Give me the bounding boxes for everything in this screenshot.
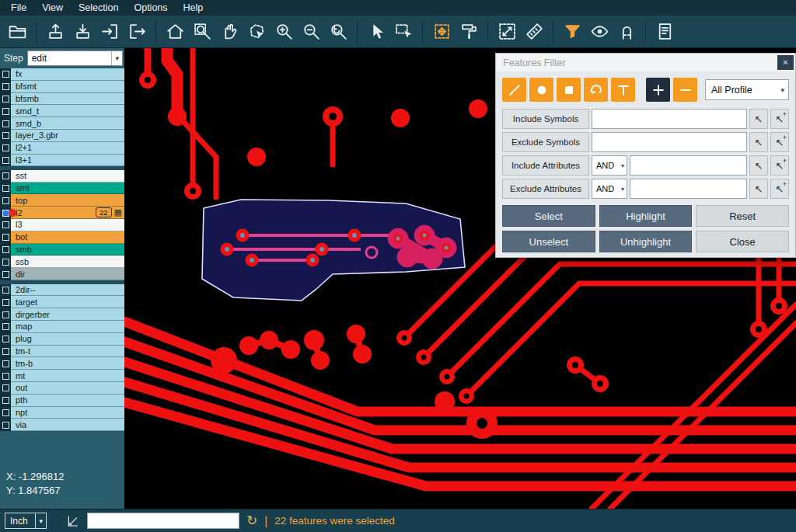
layer-row-target[interactable]: target — [0, 296, 124, 308]
layer-checkbox[interactable] — [2, 384, 9, 391]
layer-row-smd_t[interactable]: smd_t — [0, 105, 124, 117]
layer-cell[interactable]: plug — [11, 333, 124, 346]
layer-checkbox[interactable] — [2, 172, 9, 179]
exclude-symbols-button[interactable]: Exclude Symbols — [502, 132, 589, 152]
zoom-in-icon[interactable] — [271, 19, 296, 44]
layer-checkbox[interactable] — [2, 259, 9, 266]
layer-row-via[interactable]: via — [0, 419, 124, 431]
dialog-title-bar[interactable]: Features Filter ✕ — [496, 54, 795, 71]
layer-row-l2+1[interactable]: l2+1 — [0, 142, 124, 155]
layer-checkbox[interactable] — [2, 157, 9, 164]
layer-cell[interactable]: via — [11, 419, 124, 431]
pan-hand-icon[interactable] — [217, 19, 242, 44]
layer-row-dirgerber[interactable]: dirgerber — [0, 308, 124, 321]
layer-row-smd_b[interactable]: smd_b — [0, 117, 124, 130]
exclude-symbols-input[interactable] — [592, 132, 747, 152]
layer-row-bot[interactable]: bot — [0, 231, 124, 244]
layer-cell[interactable]: l222▦ — [11, 207, 124, 219]
pick-add-from-graphic-button[interactable]: ↖+ — [770, 179, 789, 199]
layer-cell[interactable]: tm-b — [11, 357, 124, 370]
layer-cell[interactable]: mt — [11, 370, 124, 382]
layer-row-smt[interactable]: smt — [0, 183, 124, 195]
layer-row-out[interactable]: out — [0, 382, 124, 395]
command-input[interactable] — [87, 513, 239, 529]
remove-filter-button[interactable] — [673, 78, 697, 102]
menu-item-options[interactable]: Options — [126, 1, 175, 15]
layer-cell[interactable]: bot — [11, 231, 124, 244]
layer-cell[interactable]: pth — [11, 395, 124, 407]
layer-cell[interactable]: dirgerber — [11, 308, 124, 321]
layer-checkbox[interactable] — [2, 271, 9, 278]
menu-item-file[interactable]: File — [3, 1, 34, 15]
layer-cell[interactable]: tm-t — [11, 346, 124, 358]
text-tool-icon[interactable] — [611, 78, 635, 102]
home-icon[interactable] — [162, 19, 187, 44]
close-button[interactable]: Close — [696, 231, 789, 252]
layer-checkbox[interactable] — [2, 234, 9, 241]
layer-checkbox[interactable] — [2, 108, 9, 115]
arc-tool-icon[interactable] — [584, 78, 608, 102]
transform-select-icon[interactable] — [429, 19, 454, 44]
magnet-snap-icon[interactable] — [614, 19, 639, 44]
export-up-icon[interactable] — [43, 19, 68, 44]
reset-button[interactable]: Reset — [696, 205, 789, 227]
layer-row-npt[interactable]: npt — [0, 407, 124, 419]
layer-cell[interactable]: smd_b — [11, 117, 124, 130]
profile-select[interactable]: All Profile ▾ — [705, 79, 789, 100]
layer-checkbox[interactable] — [2, 246, 9, 253]
zoom-area-icon[interactable] — [190, 19, 215, 44]
layer-row-plug[interactable]: plug — [0, 333, 124, 346]
layer-row-tm-t[interactable]: tm-t — [0, 346, 124, 358]
layer-row-l3[interactable]: l3 — [0, 219, 124, 231]
layer-row-l3+1[interactable]: l3+1 — [0, 155, 124, 167]
layer-cell[interactable]: bfsmb — [11, 93, 124, 106]
layer-row-top[interactable]: top — [0, 194, 124, 207]
include-symbols-button[interactable]: Include Symbols — [502, 109, 589, 129]
import-left-icon[interactable] — [97, 19, 122, 44]
add-filter-button[interactable] — [646, 78, 670, 102]
layer-checkbox[interactable] — [2, 197, 9, 204]
step-select[interactable]: edit ▾ — [27, 50, 123, 66]
select-button[interactable]: Select — [502, 205, 595, 227]
exclude-attributes-input[interactable] — [630, 179, 747, 199]
include-symbols-input[interactable] — [592, 109, 747, 129]
layer-checkbox[interactable] — [2, 422, 9, 429]
pick-add-from-graphic-button[interactable]: ↖+ — [770, 109, 789, 129]
exclude-attributes-button[interactable]: Exclude Attributes — [502, 179, 589, 199]
layer-cell[interactable]: npt — [11, 407, 124, 419]
layer-checkbox[interactable] — [2, 144, 9, 151]
layer-cell[interactable]: l3+1 — [11, 155, 124, 167]
layer-row-ssb[interactable]: ssb — [0, 256, 124, 268]
layer-checkbox[interactable] — [2, 71, 9, 78]
report-icon[interactable] — [652, 19, 677, 44]
layer-row-smb[interactable]: smb — [0, 244, 124, 256]
layer-checkbox[interactable] — [2, 323, 9, 330]
layer-checkbox[interactable] — [2, 373, 9, 380]
layer-cell[interactable]: bfsmt — [11, 81, 124, 93]
layer-checkbox[interactable] — [2, 120, 9, 127]
layer-checkbox[interactable] — [2, 83, 9, 90]
layer-checkbox[interactable] — [2, 221, 9, 228]
layer-row-bfsmt[interactable]: bfsmt — [0, 81, 124, 93]
lasso-select-icon[interactable] — [244, 19, 269, 44]
layer-row-map[interactable]: map — [0, 321, 124, 333]
pick-add-from-graphic-button[interactable]: ↖+ — [770, 155, 789, 176]
rect-select-icon[interactable] — [391, 19, 416, 44]
layer-cell[interactable]: l3 — [11, 219, 124, 231]
layer-checkbox[interactable] — [2, 299, 9, 306]
layer-checkbox[interactable] — [2, 185, 9, 192]
pad-tool-icon[interactable] — [529, 78, 553, 102]
ruler-icon[interactable] — [522, 19, 546, 44]
unhighlight-button[interactable]: Unhighlight — [599, 231, 693, 252]
line-tool-icon[interactable] — [502, 78, 526, 102]
pick-from-graphic-button[interactable]: ↖ — [749, 132, 768, 152]
layer-cell[interactable]: layer_3.gbr — [11, 130, 124, 142]
unselect-button[interactable]: Unselect — [502, 231, 595, 252]
layer-row-fx[interactable]: fx — [0, 68, 124, 81]
layer-cell[interactable]: dir — [11, 268, 124, 280]
pick-add-from-graphic-button[interactable]: ↖+ — [770, 132, 789, 152]
eye-icon[interactable] — [587, 19, 612, 44]
layer-cell[interactable]: sst — [11, 170, 124, 183]
dialog-close-button[interactable]: ✕ — [777, 55, 794, 70]
layer-cell[interactable]: smt — [11, 183, 124, 195]
